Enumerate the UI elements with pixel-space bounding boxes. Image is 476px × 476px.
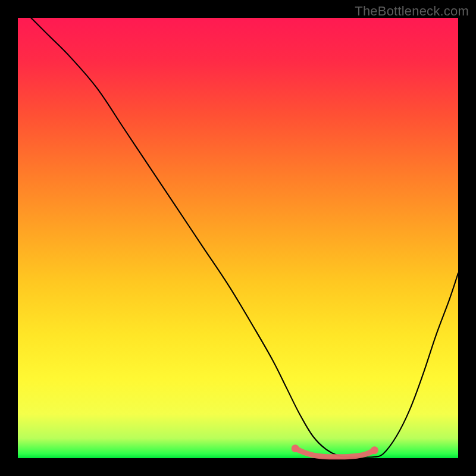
svg-point-1 [292,444,299,452]
watermark-text: TheBottleneck.com [355,4,469,19]
chart-curve-layer [18,18,458,458]
bottleneck-curve-line [31,18,458,458]
valley-highlight-line [295,449,374,457]
svg-point-2 [371,446,378,454]
chart-plot-area [18,18,458,458]
